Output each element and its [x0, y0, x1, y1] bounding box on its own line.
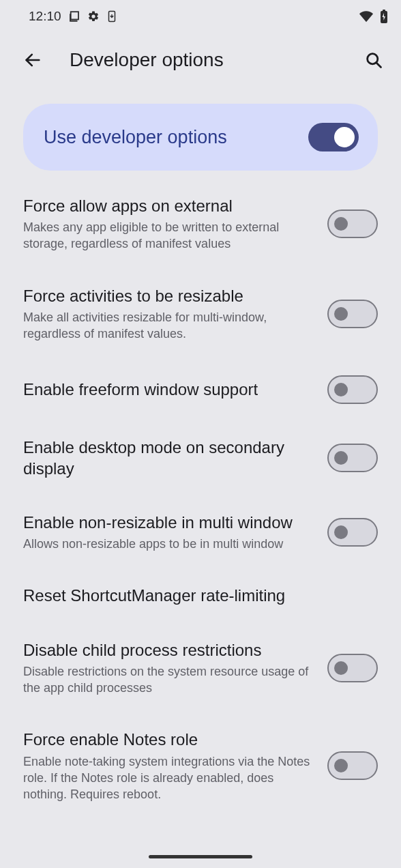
setting-title: Reset ShortcutManager rate-limiting — [23, 585, 378, 606]
page-title: Developer options — [70, 49, 359, 71]
setting-subtitle: Make all activities resizable for multi-… — [23, 309, 314, 343]
setting-row[interactable]: Enable non-resizable in multi windowAllo… — [8, 495, 393, 568]
setting-row[interactable]: Reset ShortcutManager rate-limiting — [8, 568, 393, 622]
setting-title: Enable non-resizable in multi window — [23, 512, 314, 533]
setting-toggle[interactable] — [327, 209, 378, 238]
setting-text: Enable freeform window support — [23, 379, 314, 400]
device-download-icon — [106, 10, 117, 23]
app-bar: Developer options — [0, 33, 401, 87]
back-button[interactable] — [18, 45, 48, 75]
toggle-knob — [334, 525, 348, 539]
setting-toggle[interactable] — [327, 375, 378, 404]
setting-toggle[interactable] — [327, 751, 378, 780]
svg-rect-0 — [70, 12, 78, 19]
master-toggle-label: Use developer options — [44, 127, 227, 148]
setting-text: Force activities to be resizableMake all… — [23, 285, 314, 343]
setting-row[interactable]: Force allow apps on externalMakes any ap… — [8, 179, 393, 269]
setting-subtitle: Makes any app eligible to be written to … — [23, 219, 314, 252]
setting-subtitle: Allows non-resizable apps to be in multi… — [23, 536, 314, 552]
setting-toggle[interactable] — [327, 444, 378, 472]
setting-toggle[interactable] — [327, 654, 378, 682]
setting-row[interactable]: Force activities to be resizableMake all… — [8, 269, 393, 359]
setting-text: Disable child process restrictionsDisabl… — [23, 639, 314, 697]
content: Use developer options Force allow apps o… — [0, 104, 401, 819]
search-icon — [364, 50, 383, 70]
status-left: 12:10 — [29, 9, 117, 24]
status-right — [359, 10, 389, 23]
setting-title: Enable freeform window support — [23, 379, 314, 400]
setting-row[interactable]: Enable freeform window support — [8, 359, 393, 420]
setting-title: Enable desktop mode on secondary display — [23, 437, 314, 479]
setting-title: Force allow apps on external — [23, 195, 314, 216]
toggle-knob — [334, 127, 355, 147]
setting-row[interactable]: Disable child process restrictionsDisabl… — [8, 623, 393, 713]
master-toggle-card[interactable]: Use developer options — [23, 104, 378, 171]
gear-icon — [87, 10, 100, 23]
toggle-knob — [334, 759, 348, 772]
home-indicator[interactable] — [149, 855, 252, 858]
svg-rect-3 — [383, 10, 385, 12]
setting-title: Force activities to be resizable — [23, 285, 314, 306]
setting-row[interactable]: Enable desktop mode on secondary display — [8, 420, 393, 495]
setting-text: Force allow apps on externalMakes any ap… — [23, 195, 314, 252]
setting-subtitle: Enable note-taking system integrations v… — [23, 753, 314, 803]
status-time: 12:10 — [29, 9, 61, 24]
setting-text: Enable non-resizable in multi windowAllo… — [23, 512, 314, 552]
wifi-icon — [359, 10, 374, 23]
battery-icon — [379, 10, 389, 23]
setting-text: Force enable Notes roleEnable note-takin… — [23, 729, 314, 802]
toggle-knob — [334, 307, 348, 321]
toggle-knob — [334, 383, 348, 396]
svg-line-6 — [376, 63, 381, 68]
setting-toggle[interactable] — [327, 518, 378, 547]
arrow-left-icon — [23, 50, 42, 70]
setting-toggle[interactable] — [327, 300, 378, 328]
settings-list: Force allow apps on externalMakes any ap… — [8, 179, 393, 819]
toggle-knob — [334, 451, 348, 465]
setting-subtitle: Disable restrictions on the system resou… — [23, 663, 314, 697]
setting-text: Reset ShortcutManager rate-limiting — [23, 585, 378, 606]
setting-title: Disable child process restrictions — [23, 639, 314, 661]
search-button[interactable] — [359, 45, 389, 75]
setting-row[interactable]: Force enable Notes roleEnable note-takin… — [8, 712, 393, 819]
setting-title: Force enable Notes role — [23, 729, 314, 750]
multiwindow-icon — [68, 10, 80, 23]
master-toggle[interactable] — [308, 123, 359, 151]
toggle-knob — [334, 661, 348, 675]
toggle-knob — [334, 217, 348, 231]
status-bar: 12:10 — [0, 0, 401, 33]
setting-text: Enable desktop mode on secondary display — [23, 437, 314, 479]
